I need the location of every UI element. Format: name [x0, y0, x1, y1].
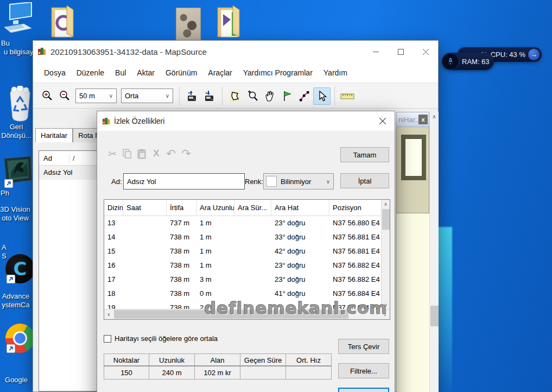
expand-arrow-icon[interactable]: → — [528, 49, 540, 60]
menu-item-4[interactable]: Görünüm — [160, 68, 202, 77]
table-row[interactable]: 17738 m3 m23° doğruN37 56.882 E4 — [104, 273, 382, 287]
asc-label-line1[interactable]: Advance — [0, 292, 33, 300]
map-tool-button[interactable] — [226, 87, 244, 105]
center-map-checkbox-row[interactable]: Haritayı seçili öğelere göre ortala — [104, 334, 218, 343]
ph-label-fragment[interactable]: Ph — [1, 189, 9, 197]
dialog-close-button[interactable] — [371, 111, 395, 131]
redo-icon[interactable]: ↷ — [180, 147, 193, 160]
color-dropdown[interactable]: Bilinmiyor ∨ — [263, 173, 334, 189]
name-input[interactable] — [123, 173, 245, 189]
summary-value: 102 m kr — [195, 366, 240, 379]
this-pc-label-line1[interactable]: Bu — [1, 39, 10, 47]
detail-dropdown[interactable]: Orta ∨ — [121, 88, 173, 103]
table-row[interactable]: 14738 m1 m33° doğruN37 56.881 E4 — [104, 230, 382, 244]
desktop-folder-icon-2[interactable] — [217, 4, 243, 38]
left-panel-tabs: Haritalar Rota Nokta — [35, 127, 98, 142]
table-cell: 23° doğru — [271, 258, 329, 273]
menu-item-0[interactable]: Dosya — [39, 68, 71, 77]
minimap-close-button[interactable]: x — [418, 115, 428, 124]
minimap-tab[interactable]: niHar... x — [396, 112, 429, 127]
dialog-title-bar[interactable]: İzlek Özellikleri — [97, 111, 395, 131]
map-vertical-scrollbar[interactable]: ∧ — [429, 112, 439, 392]
table-cell: 738 m — [167, 258, 196, 273]
delete-icon[interactable]: X — [150, 147, 163, 160]
3d-vision-label-line2[interactable]: oto View — [0, 214, 33, 222]
close-button[interactable] — [413, 41, 438, 62]
scrollbar-thumb[interactable] — [430, 306, 439, 326]
menu-item-3[interactable]: Aktar — [131, 68, 160, 77]
table-vertical-scrollbar[interactable]: ∧ ∨ — [381, 200, 390, 309]
track-properties-dialog: İzlek Özellikleri ✂ X ↶ ↷ Tamam İptal Ad… — [97, 111, 395, 392]
filter-button[interactable]: Filtrele... — [338, 363, 389, 378]
table-cell: N37 56.881 E4 — [329, 244, 382, 258]
table-column-header-6[interactable]: Pozisyon — [329, 200, 382, 216]
tab-rota-noktalari[interactable]: Rota Nokta — [73, 128, 98, 142]
ram-monitor-pill[interactable]: RAM: 63 — [442, 53, 494, 70]
desktop-folder-icon[interactable] — [50, 4, 77, 38]
measure-ruler-button[interactable] — [339, 87, 356, 105]
menu-item-7[interactable]: Yardım — [318, 68, 353, 77]
table-cell: N37 56.881 E4 — [329, 230, 382, 244]
table-column-header-1[interactable]: Saat — [123, 200, 167, 216]
pan-hand-tool-button[interactable] — [261, 87, 278, 105]
scroll-up-arrow[interactable]: ∧ — [430, 112, 439, 121]
track-list-header[interactable]: Ad / — [39, 151, 97, 166]
checkbox[interactable] — [104, 335, 111, 343]
menu-item-5[interactable]: Araçlar — [202, 68, 237, 77]
menu-item-1[interactable]: Düzenle — [71, 68, 110, 77]
menu-item-2[interactable]: Bul — [110, 68, 131, 77]
send-to-device-button[interactable] — [183, 87, 201, 105]
recycle-bin-icon[interactable] — [8, 86, 33, 122]
table-column-header-2[interactable]: İrtifa — [167, 200, 196, 216]
title-bar[interactable]: 20210913063951-34132-data - MapSource — [33, 41, 438, 62]
ok-button[interactable]: Tamam — [340, 147, 389, 162]
zoom-scale-dropdown[interactable]: 50 m ∨ — [75, 88, 117, 103]
scroll-up-arrow[interactable]: ∧ — [382, 200, 390, 208]
asc-label-line2[interactable]: ystemCa — [0, 301, 33, 309]
table-column-header-3[interactable]: Ara Uzunluğu — [196, 200, 234, 216]
table-column-header-5[interactable]: Ara Hat — [271, 200, 329, 216]
waypoint-flag-tool-button[interactable] — [278, 87, 296, 105]
zoom-out-button[interactable] — [56, 87, 73, 105]
cancel-button[interactable]: İptal — [340, 173, 389, 188]
toolbar-separator — [222, 87, 223, 105]
table-column-header-4[interactable]: Ara Sür... — [234, 200, 271, 216]
table-row[interactable]: 13737 m1 m23° doğruN37 56.880 E4 — [104, 216, 382, 230]
detail-value: Orta — [125, 92, 138, 100]
show-button-partial[interactable] — [338, 388, 389, 392]
table-column-header-0[interactable]: Dizin — [104, 200, 123, 216]
summary-column: Geçen Süre — [240, 354, 286, 365]
cut-icon[interactable]: ✂ — [106, 147, 119, 160]
selection-tool-button[interactable] — [313, 87, 331, 105]
shortcut-arrow-icon — [4, 179, 13, 188]
rocket-icon[interactable] — [442, 53, 459, 70]
zoom-tool-button[interactable] — [244, 87, 261, 105]
desktop-photo-icon[interactable] — [176, 8, 201, 40]
table-row[interactable]: 15738 m1 m42° doğruN37 56.881 E4 — [104, 244, 382, 258]
table-cell — [123, 273, 167, 287]
recycle-bin-label-line1[interactable]: Geri — [0, 123, 34, 131]
undo-icon[interactable]: ↶ — [164, 147, 177, 160]
menu-item-6[interactable]: Yardımcı Programlar — [238, 68, 318, 77]
reverse-button[interactable]: Ters Çevir — [338, 339, 389, 354]
list-column-ad[interactable]: Ad — [39, 154, 69, 162]
paste-icon[interactable] — [135, 147, 148, 160]
zoom-in-button[interactable] — [39, 87, 56, 105]
menu-bar[interactable]: DosyaDüzenleBulAktarGörünümAraçlarYardım… — [33, 62, 438, 83]
3d-vision-label-line1[interactable]: 3D Vision — [0, 205, 33, 213]
minimap-viewport-box[interactable] — [401, 135, 426, 180]
route-tool-button[interactable] — [296, 87, 313, 105]
tab-haritalar[interactable]: Haritalar — [35, 128, 73, 142]
scroll-left-arrow[interactable]: ‹ — [104, 309, 113, 319]
scrollbar-thumb[interactable] — [382, 209, 390, 230]
minimize-button[interactable] — [363, 41, 388, 62]
recycle-bin-label-line2[interactable]: Dönüşü... — [0, 131, 34, 140]
map-area[interactable] — [396, 213, 429, 392]
copy-icon[interactable] — [120, 147, 134, 160]
chrome-label-line1[interactable]: Google — [0, 376, 34, 384]
list-item-adsiz-yol[interactable]: Adsız Yol — [39, 166, 97, 180]
table-row[interactable]: 16738 m1 m23° doğruN37 56.882 E4 — [104, 258, 382, 273]
this-pc-icon[interactable] — [2, 2, 34, 35]
maximize-button[interactable] — [388, 41, 413, 62]
receive-from-device-button[interactable] — [201, 87, 218, 105]
